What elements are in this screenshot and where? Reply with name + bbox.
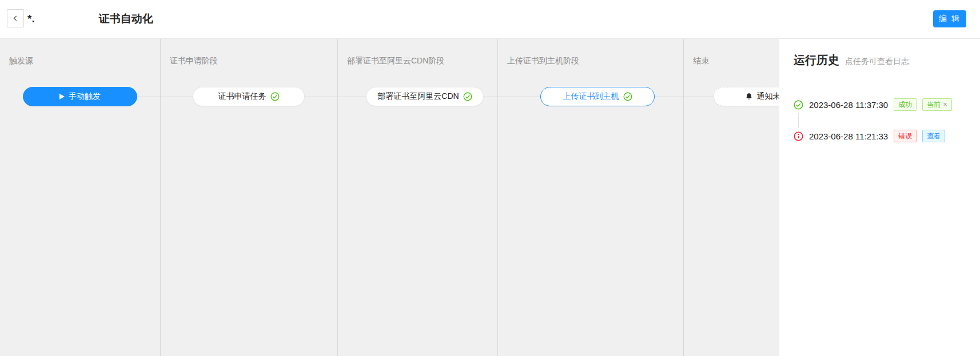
check-circle-icon	[623, 92, 632, 101]
node-upload-host-task[interactable]: 上传证书到主机	[540, 87, 655, 106]
history-entry: 2023-06-28 11:21:33 错误 查看	[794, 130, 945, 142]
title-suffix: 证书自动化	[99, 11, 153, 26]
masked-domain-segment	[35, 13, 99, 25]
run-timestamp: 2023-06-28 11:21:33	[809, 131, 888, 141]
lane-label: 部署证书至阿里云CDN阶段	[347, 56, 444, 66]
edit-button[interactable]: 编 辑	[933, 10, 966, 27]
play-icon	[59, 94, 65, 99]
node-label: 上传证书到主机	[563, 91, 619, 102]
lane-label: 触发源	[9, 56, 33, 66]
page-title: *. 证书自动化	[27, 11, 153, 26]
history-header: 运行历史 点任务可查看日志	[794, 53, 909, 68]
view-log-button[interactable]: 查看	[922, 130, 945, 142]
check-circle-icon	[463, 92, 472, 101]
lane-label: 上传证书到主机阶段	[507, 56, 579, 66]
page-header: *. 证书自动化 编 辑	[0, 0, 980, 39]
node-label: 证书申请任务	[218, 91, 266, 102]
timeline-connector	[798, 113, 799, 128]
status-badge-success: 成功	[894, 98, 917, 111]
bell-icon	[745, 93, 753, 101]
check-circle-icon	[270, 92, 280, 101]
current-run-badge: 当前 ×	[922, 98, 952, 111]
history-hint: 点任务可查看日志	[845, 57, 909, 67]
title-prefix: *.	[27, 13, 35, 25]
run-history-panel: 运行历史 点任务可查看日志 2023-06-28 11:37:30 成功 当前 …	[779, 39, 980, 356]
node-label: 手动触发	[69, 91, 101, 102]
back-button[interactable]	[7, 9, 24, 27]
lane-label: 证书申请阶段	[170, 56, 218, 66]
error-circle-icon	[794, 131, 803, 141]
run-timestamp: 2023-06-28 11:37:30	[809, 100, 888, 110]
node-label: 部署证书至阿里云CDN	[377, 91, 459, 102]
history-title: 运行历史	[794, 53, 839, 68]
status-badge-error: 错误	[894, 130, 917, 142]
lane-label: 结束	[693, 56, 709, 66]
node-manual-trigger[interactable]: 手动触发	[23, 87, 137, 106]
node-deploy-cdn-task[interactable]: 部署证书至阿里云CDN	[366, 87, 484, 106]
chevron-left-icon	[11, 14, 19, 22]
close-icon[interactable]: ×	[943, 99, 947, 110]
history-entry: 2023-06-28 11:37:30 成功 当前 ×	[794, 98, 952, 111]
success-circle-icon	[794, 100, 803, 110]
node-cert-apply-task[interactable]: 证书申请任务	[193, 87, 305, 106]
